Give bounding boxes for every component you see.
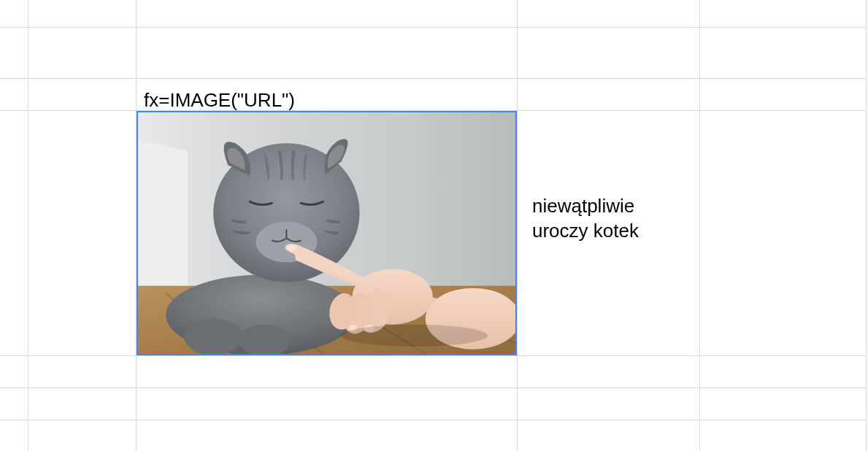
cell-a7[interactable]	[0, 420, 28, 451]
cell-b3[interactable]	[28, 79, 137, 111]
formula-text: fx=IMAGE("URL")	[144, 89, 295, 111]
caption-line-1: niewątpliwie	[532, 195, 634, 217]
cell-a4[interactable]	[0, 111, 28, 356]
cell-e7[interactable]	[700, 420, 867, 451]
svg-marker-2	[137, 139, 188, 293]
cell-d4-caption[interactable]: niewątpliwie uroczy kotek	[518, 111, 700, 356]
cell-c4-selected-image[interactable]	[137, 111, 518, 356]
cell-a5[interactable]	[0, 356, 28, 388]
cell-e5[interactable]	[700, 356, 867, 388]
cell-d3[interactable]	[518, 79, 700, 111]
caption-line-2: uroczy kotek	[532, 220, 639, 242]
cell-c6[interactable]	[137, 388, 518, 420]
cell-c7[interactable]	[137, 420, 518, 451]
cell-e4[interactable]	[700, 111, 867, 356]
cell-d6[interactable]	[518, 388, 700, 420]
svg-point-18	[287, 245, 296, 251]
svg-point-21	[342, 325, 488, 347]
spreadsheet-grid[interactable]: fx=IMAGE("URL")	[0, 0, 868, 451]
cell-e1[interactable]	[700, 0, 867, 28]
cell-a3[interactable]	[0, 79, 28, 111]
cat-image-icon	[137, 111, 517, 355]
cell-b7[interactable]	[28, 420, 137, 451]
cell-c2[interactable]	[137, 28, 518, 79]
cell-b2[interactable]	[28, 28, 137, 79]
cell-c3-formula[interactable]: fx=IMAGE("URL")	[137, 79, 518, 111]
cell-a1[interactable]	[0, 0, 28, 28]
cell-d7[interactable]	[518, 420, 700, 451]
cell-d2[interactable]	[518, 28, 700, 79]
cell-a6[interactable]	[0, 388, 28, 420]
cell-b6[interactable]	[28, 388, 137, 420]
cell-e3[interactable]	[700, 79, 867, 111]
svg-point-10	[239, 325, 290, 355]
cell-e6[interactable]	[700, 388, 867, 420]
cell-b5[interactable]	[28, 356, 137, 388]
cell-d5[interactable]	[518, 356, 700, 388]
selection-fill-handle[interactable]	[514, 352, 518, 356]
cell-d1[interactable]	[518, 0, 700, 28]
svg-point-9	[184, 319, 242, 355]
cell-a2[interactable]	[0, 28, 28, 79]
cell-b1[interactable]	[28, 0, 137, 28]
cell-b4[interactable]	[28, 111, 137, 356]
cell-c1[interactable]	[137, 0, 518, 28]
cell-image	[137, 111, 517, 355]
cell-e2[interactable]	[700, 28, 867, 79]
caption-text: niewątpliwie uroczy kotek	[532, 194, 639, 244]
cell-c5[interactable]	[137, 356, 518, 388]
